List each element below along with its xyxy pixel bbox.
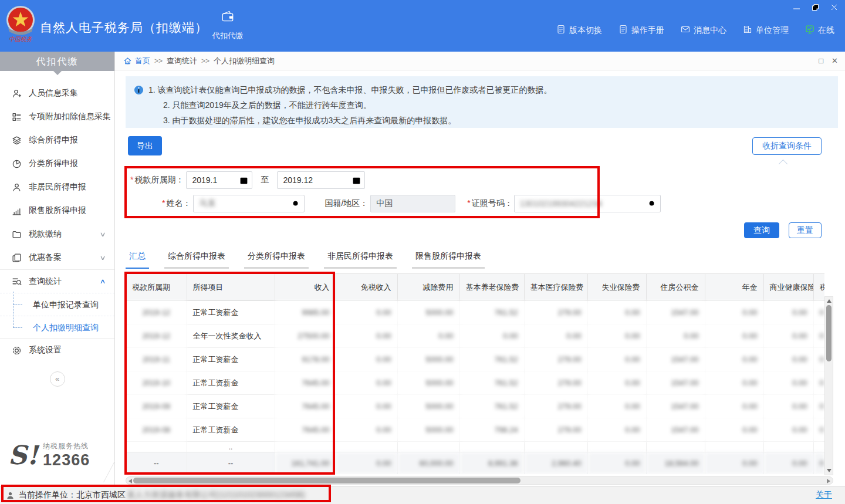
tab-限售股所得申报表[interactable]: 限售股所得申报表 (412, 251, 485, 269)
cell-value: 1547.00 (646, 301, 705, 324)
cell-value: 9178.00 (275, 348, 336, 371)
reset-button[interactable]: 重置 (789, 222, 822, 238)
sidebar-collapse-button[interactable]: « (50, 371, 65, 387)
hotline-label: 纳税服务热线 (43, 441, 90, 451)
header-menu-item-单位管理[interactable]: 单位管理 (743, 25, 789, 36)
export-button[interactable]: 导出 (128, 136, 162, 155)
minimize-button[interactable] (791, 2, 802, 12)
cell-value: 5000.00 (397, 371, 459, 395)
sidebar-menu: 人员信息采集专项附加扣除信息采集综合所得申报分类所得申报非居民所得申报限售股所得… (0, 71, 114, 362)
query-actions: 查询 重置 (744, 222, 822, 238)
column-header-减除费用: 减除费用 (397, 274, 459, 301)
header-menu-item-消息中心[interactable]: 消息中心 (681, 25, 726, 36)
column-header-税: 税 (813, 274, 824, 301)
period-to-input[interactable] (278, 172, 364, 188)
scroll-up-icon[interactable] (827, 299, 832, 303)
sidebar-item-label: 查询统计 (29, 276, 62, 287)
tab-汇总[interactable]: 汇总 (126, 251, 149, 269)
cell-period (126, 442, 187, 452)
restore-button[interactable] (810, 2, 820, 12)
horizontal-scroll-thumb[interactable] (133, 478, 520, 483)
to-label: 至 (261, 175, 269, 185)
header-menu-item-版本切换[interactable]: 版本切换 (556, 25, 602, 36)
cell-value: 0.00 (763, 301, 813, 324)
sidebar-subitem-个人扣缴明细查询[interactable]: 个人扣缴明细查询 (0, 316, 114, 339)
sidebar-item-label: 分类所得申报 (29, 158, 78, 169)
sidebar-subitem-单位申报记录查询[interactable]: 单位申报记录查询 (0, 293, 114, 316)
cell-value (587, 442, 646, 452)
sidebar-item-label: 人员信息采集 (29, 88, 78, 99)
breadcrumb-item-current: 个人扣缴明细查询 (214, 56, 275, 66)
search-icon[interactable] (292, 199, 300, 208)
query-filters: *税款所属期： 至 *姓名： 国籍/地区： (115, 167, 845, 219)
tab-综合所得申报表[interactable]: 综合所得申报表 (164, 251, 229, 269)
panel-close-button[interactable]: ✕ (832, 56, 838, 65)
breadcrumb-separator: >> (201, 57, 209, 65)
collapse-query-button[interactable]: 收折查询条件 (752, 137, 822, 155)
layers-icon (12, 136, 22, 146)
cell-value (646, 442, 705, 452)
breadcrumb: 首页 >> 查询统计 >> 个人扣缴明细查询 □ ✕ (115, 52, 845, 70)
cell-value: 279.00 (524, 418, 587, 442)
name-input[interactable] (194, 195, 304, 212)
table-row[interactable]: 2019-10正常工资薪金7645.000.005000.00761.52279… (126, 371, 824, 395)
current-unit-detail-blurred: 某人力资源服务有限公司(12110102300012345B) (127, 490, 305, 500)
about-link[interactable]: 关于 (816, 490, 832, 500)
header-menu-item-在线[interactable]: 在线 (805, 25, 834, 36)
sidebar-item-label: 综合所得申报 (29, 135, 78, 146)
sidebar-item-label: 税款缴纳 (29, 229, 62, 239)
table-summary-row[interactable]: ----161,741.000.0060,000.008,991.362,960… (126, 452, 824, 475)
column-header-商业健康保险: 商业健康保险 (763, 274, 813, 301)
building-icon (743, 25, 752, 36)
close-button[interactable] (829, 2, 839, 12)
sidebar-item-系统设置[interactable]: 系统设置 (0, 339, 114, 362)
result-tabs: 汇总综合所得申报表分类所得申报表非居民所得申报表限售股所得申报表 (126, 251, 485, 269)
sidebar-item-专项附加扣除信息采集[interactable]: 专项附加扣除信息采集 (0, 105, 114, 128)
table-row[interactable]: 2019-11正常工资薪金9178.000.005000.00761.52279… (126, 348, 824, 371)
header-tab-daikou[interactable]: 代扣代缴 (205, 9, 250, 41)
chevron-up-icon: ∧ (99, 278, 106, 285)
table-row[interactable]: 2019-12正常工资薪金9985.000.005000.00761.52279… (126, 301, 824, 324)
panel-maximize-button[interactable]: □ (819, 56, 823, 65)
notice-line: 2. 只能查询2019年及之后的数据，不能进行跨年度查询。 (163, 97, 829, 113)
vertical-scrollbar[interactable] (824, 296, 833, 475)
cell-value: 0.00 (397, 324, 459, 348)
sidebar-item-查询统计[interactable]: 查询统计∧ (0, 269, 114, 293)
table-row-partial[interactable]: .. (126, 442, 824, 452)
sidebar-item-优惠备案[interactable]: 优惠备案∨ (0, 246, 114, 269)
cell-value: 0.00 (459, 324, 524, 348)
horizontal-scrollbar[interactable] (126, 476, 833, 485)
table-row[interactable]: 2019-12全年一次性奖金收入27500.000.000.000.000.00… (126, 324, 824, 348)
scroll-left-icon[interactable] (129, 479, 132, 483)
table-row[interactable]: 2019-09正常工资薪金7645.000.005000.00761.52279… (126, 395, 824, 418)
cell-value: 0.00 (336, 371, 397, 395)
header-menu-item-操作手册[interactable]: 操作手册 (618, 25, 664, 36)
search-icon[interactable] (648, 199, 657, 208)
cell-value: 0 (813, 395, 824, 418)
calendar-icon[interactable] (352, 176, 361, 185)
sidebar-item-非居民所得申报[interactable]: 非居民所得申报 (0, 175, 114, 199)
cell-item: 正常工资薪金 (187, 418, 275, 442)
result-table: 税款所属期所得项目收入免税收入减除费用基本养老保险费基本医疗保险费失业保险费住房… (126, 273, 824, 474)
breadcrumb-home[interactable]: 首页 (135, 56, 150, 66)
sidebar-item-综合所得申报[interactable]: 综合所得申报 (0, 128, 114, 152)
tab-分类所得申报表[interactable]: 分类所得申报表 (244, 251, 309, 269)
scroll-down-icon[interactable] (827, 469, 832, 472)
sidebar-item-税款缴纳[interactable]: 税款缴纳∨ (0, 222, 114, 246)
calendar-icon[interactable] (239, 176, 248, 185)
table-row[interactable]: 2019-08正常工资薪金7645.000.005000.00798.24279… (126, 418, 824, 442)
vertical-scroll-thumb[interactable] (826, 305, 832, 361)
cell-value: 0.00 (587, 395, 646, 418)
tab-非居民所得申报表[interactable]: 非居民所得申报表 (324, 251, 397, 269)
sidebar-item-人员信息采集[interactable]: 人员信息采集 (0, 82, 114, 105)
id-number-input[interactable] (515, 195, 660, 212)
cell-value (705, 442, 763, 452)
scroll-right-icon[interactable] (827, 479, 830, 483)
query-button[interactable]: 查询 (744, 222, 779, 238)
copy-icon (12, 253, 22, 263)
breadcrumb-item: 查询统计 (167, 56, 197, 66)
sidebar-item-限售股所得申报[interactable]: 限售股所得申报 (0, 199, 114, 222)
main-panel: 首页 >> 查询统计 >> 个人扣缴明细查询 □ ✕ 1. 该查询统计表仅能查询… (115, 52, 845, 486)
sidebar-item-label: 优惠备案 (29, 252, 62, 263)
sidebar-item-分类所得申报[interactable]: 分类所得申报 (0, 152, 114, 175)
